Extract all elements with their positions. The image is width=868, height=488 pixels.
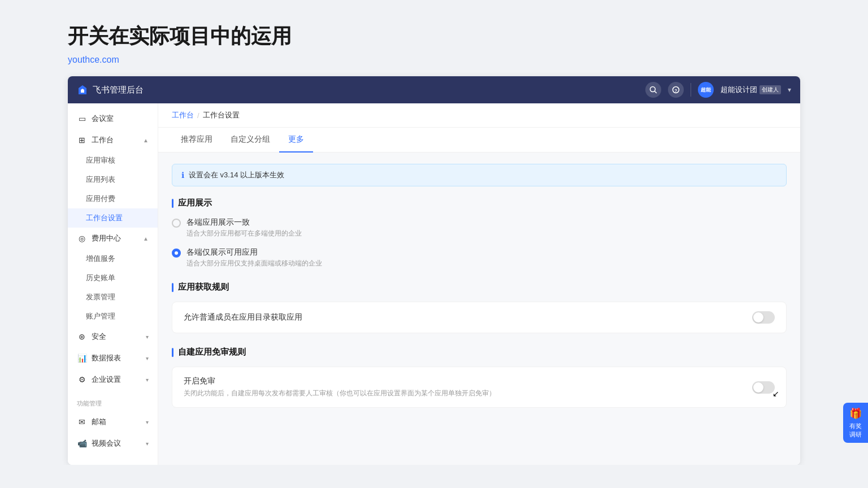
svg-text:?: ? — [675, 88, 678, 93]
notice-bar: ℹ 设置会在 v3.14 以上版本生效 — [172, 164, 787, 186]
content-body: ℹ 设置会在 v3.14 以上版本生效 应用展示 各端应用展示一致 适合大部 — [158, 152, 800, 433]
app-review-toggle[interactable]: ↙ — [752, 381, 775, 394]
topnav-right: ? 超能 超能设计团 创建人 ▾ — [645, 82, 791, 98]
topnav: 飞书管理后台 ? 超能 超能设计团 创建人 ▾ — [68, 76, 800, 103]
app-access-section: 应用获取规则 允许普通成员在应用目录获取应用 — [172, 282, 787, 333]
tab-recommended-apps[interactable]: 推荐应用 — [172, 128, 222, 152]
radio-per-platform[interactable] — [172, 249, 181, 258]
main-layout: ▭ 会议室 ⊞ 工作台 ▲ 应用审核 应用列表 应用付费 工作台设置 ◎ — [68, 103, 800, 465]
sidebar-item-mailbox[interactable]: ✉ 邮箱 ▾ — [68, 411, 158, 433]
search-icon[interactable] — [645, 82, 661, 98]
sidebar-sub-item-workspace-settings[interactable]: 工作台设置 — [68, 208, 158, 228]
billing-icon: ◎ — [77, 234, 87, 243]
sidebar-sub-item-value-added[interactable]: 增值服务 — [68, 249, 158, 268]
breadcrumb-workspace[interactable]: 工作台 — [172, 110, 194, 120]
sidebar-item-meeting-room[interactable]: ▭ 会议室 — [68, 108, 158, 129]
radio-option-consistent[interactable]: 各端应用展示一致 适合大部分应用都可在多端使用的企业 — [172, 217, 787, 238]
sidebar-item-enterprise-settings[interactable]: ⚙ 企业设置 ▾ — [68, 369, 158, 390]
app-review-card: 开启免审 关闭此功能后，自建应用每次发布都需要人工审核（你也可以在应用设置界面为… — [172, 367, 787, 408]
mailbox-chevron-icon: ▾ — [146, 419, 149, 425]
radio-consistent-content: 各端应用展示一致 适合大部分应用都可在多端使用的企业 — [186, 217, 302, 238]
app-review-title: 自建应用免审规则 — [172, 347, 787, 358]
page-header: 开关在实际项目中的运用 youthce.com — [0, 0, 868, 76]
radio-consistent[interactable] — [172, 219, 181, 228]
sidebar-sub-item-invoice[interactable]: 发票管理 — [68, 287, 158, 307]
tab-bar: 推荐应用 自定义分组 更多 — [158, 128, 800, 152]
topnav-divider — [691, 83, 691, 97]
tab-more[interactable]: 更多 — [279, 128, 313, 152]
workspace-icon: ⊞ — [77, 136, 87, 145]
sidebar-item-video-conf[interactable]: 📹 视频会议 ▾ — [68, 433, 158, 454]
sidebar: ▭ 会议室 ⊞ 工作台 ▲ 应用审核 应用列表 应用付费 工作台设置 ◎ — [68, 103, 158, 465]
security-chevron-icon: ▾ — [146, 334, 149, 340]
video-conf-icon: 📹 — [77, 439, 87, 448]
sidebar-sub-item-account[interactable]: 账户管理 — [68, 307, 158, 326]
sidebar-sub-item-app-list[interactable]: 应用列表 — [68, 170, 158, 189]
notice-text: 设置会在 v3.14 以上版本生效 — [189, 170, 284, 180]
topnav-chevron-icon[interactable]: ▾ — [788, 86, 791, 94]
toggle-review-dot — [753, 382, 763, 393]
video-conf-chevron-icon: ▾ — [146, 441, 149, 447]
security-icon: ⊛ — [77, 332, 87, 341]
app-review-section: 自建应用免审规则 开启免审 关闭此功能后，自建应用每次发布都需要人工审核（你也可… — [172, 347, 787, 408]
page-subtitle: youthce.com — [68, 55, 868, 65]
section-title-bar-3 — [172, 348, 173, 357]
app-access-title: 应用获取规则 — [172, 282, 787, 293]
page-title: 开关在实际项目中的运用 — [68, 23, 868, 50]
gift-icon: 🎁 — [849, 407, 862, 420]
sidebar-sub-item-app-review[interactable]: 应用审核 — [68, 151, 158, 170]
notice-info-icon: ℹ — [181, 171, 184, 180]
enterprise-chevron-icon: ▾ — [146, 377, 149, 383]
tab-custom-group[interactable]: 自定义分组 — [222, 128, 279, 152]
content-area: 工作台 / 工作台设置 推荐应用 自定义分组 更多 ℹ 设置会在 v3.14 以… — [158, 103, 800, 465]
radio-per-platform-content: 各端仅展示可用应用 适合大部分应用仅支持桌面端或移动端的企业 — [186, 247, 322, 268]
breadcrumb-current: 工作台设置 — [203, 110, 240, 120]
app-display-title: 应用展示 — [172, 198, 787, 208]
app-review-card-content: 开启免审 关闭此功能后，自建应用每次发布都需要人工审核（你也可以在应用设置界面为… — [184, 376, 496, 398]
app-access-card: 允许普通成员在应用目录获取应用 — [172, 302, 787, 333]
radio-option-per-platform[interactable]: 各端仅展示可用应用 适合大部分应用仅支持桌面端或移动端的企业 — [172, 247, 787, 268]
sidebar-sub-item-history-bill[interactable]: 历史账单 — [68, 268, 158, 287]
section-title-bar-2 — [172, 283, 173, 292]
sidebar-item-billing[interactable]: ◎ 费用中心 ▲ — [68, 228, 158, 249]
topnav-avatar: 超能 — [698, 82, 714, 98]
cursor-indicator: ↙ — [772, 389, 779, 398]
topnav-org: 超能设计团 创建人 — [721, 85, 781, 95]
app-display-section: 应用展示 各端应用展示一致 适合大部分应用都可在多端使用的企业 — [172, 198, 787, 268]
app-access-toggle[interactable] — [752, 311, 775, 324]
toggle-dot — [753, 312, 763, 323]
data-report-chevron-icon: ▾ — [146, 355, 149, 361]
gift-text: 有奖调研 — [847, 422, 865, 438]
breadcrumb: 工作台 / 工作台设置 — [158, 103, 800, 128]
section-title-bar — [172, 199, 173, 208]
mailbox-icon: ✉ — [77, 417, 87, 426]
svg-line-1 — [655, 91, 657, 93]
help-icon[interactable]: ? — [668, 82, 684, 98]
data-report-icon: 📊 — [77, 354, 87, 363]
workspace-chevron-icon: ▲ — [143, 137, 149, 143]
app-shell: 飞书管理后台 ? 超能 超能设计团 创建人 ▾ ▭ 会议室 — [68, 76, 800, 465]
topnav-left: 飞书管理后台 — [77, 84, 144, 95]
sidebar-group-header: 功能管理 — [68, 390, 158, 411]
sidebar-item-workspace[interactable]: ⊞ 工作台 ▲ — [68, 129, 158, 151]
sidebar-item-security[interactable]: ⊛ 安全 ▾ — [68, 326, 158, 347]
enterprise-settings-icon: ⚙ — [77, 375, 87, 384]
billing-chevron-icon: ▲ — [143, 236, 149, 242]
sidebar-sub-item-app-payment[interactable]: 应用付费 — [68, 189, 158, 208]
breadcrumb-separator: / — [197, 111, 199, 120]
gift-survey-button[interactable]: 🎁 有奖调研 — [843, 403, 868, 443]
topnav-title: 飞书管理后台 — [93, 85, 144, 95]
meeting-room-icon: ▭ — [77, 114, 87, 123]
sidebar-item-data-report[interactable]: 📊 数据报表 ▾ — [68, 347, 158, 369]
feishu-logo — [77, 84, 88, 95]
